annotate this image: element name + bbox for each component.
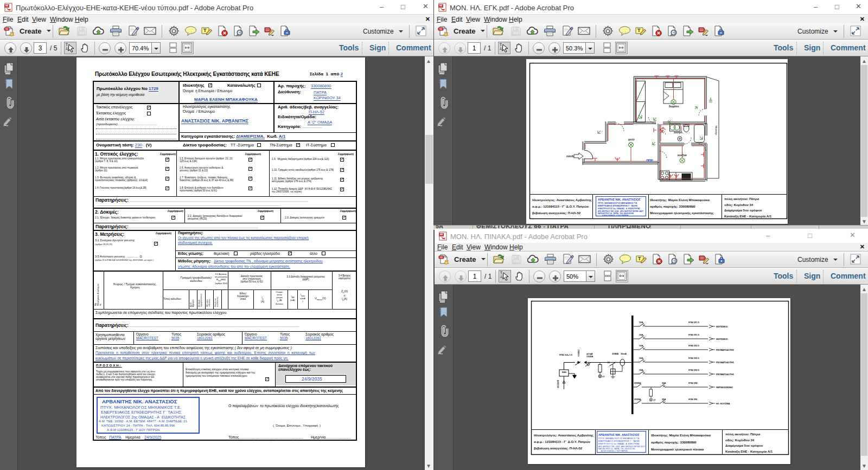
svg-text:Διαμέρισμα 5ου ορόφου: Διαμέρισμα 5ου ορόφου (724, 209, 762, 212)
svg-text:ΕΝΕΡΓΕΙΑΚΟΣ ΕΠΙΘΕΩΡΗΤΗΣ Γ΄ ΤΑΞ: ΕΝΕΡΓΕΙΑΚΟΣ ΕΠΙΘΕΩΡΗΤΗΣ Γ΄ ΤΑΞΗΣ (598, 205, 638, 207)
svg-text:30mA: 30mA (621, 352, 627, 355)
svg-text:Α.Φ.Μ 121084115 - Γ΄ΔΟΥ ΠΑΤΡΩΝ: Α.Φ.Μ 121084115 - Γ΄ΔΟΥ ΠΑΤΡΩΝ (601, 450, 628, 452)
svg-text:ΗΛΕΚΤΡΟΛΟΓΟΣ 2ης ΟΜΑΔΑΣ - Α΄ Ε: ΗΛΕΚΤΡΟΛΟΓΟΣ 2ης ΟΜΑΔΑΣ - Α΄ ΕΙΔΙΚΟΤΗΤΑΣ (598, 443, 640, 445)
svg-text:x1: x1 (602, 375, 605, 378)
svg-text:ΦΩΤΙΣΜΟΣ: ΦΩΤΙΣΜΟΣ (716, 325, 728, 328)
svg-text:KWh: KWh (562, 371, 566, 374)
svg-text:16Α: 16Α (639, 344, 643, 347)
svg-text:2Χ40Α: 2Χ40Α (612, 352, 618, 355)
svg-text:Κατάταξη ΕΗΕ - Κατηγορία Α/1: Κατάταξη ΕΗΕ - Κατηγορία Α/1 (724, 215, 772, 218)
svg-text:ΥΟΒΧ1: ΥΟΒΧ1 (577, 349, 580, 357)
svg-text:ΔΕΔΔΗΕ: ΔΕΔΔΗΕ (557, 379, 559, 388)
svg-text:βεβαίωση αναγγελίας: Π-ΗΛ-52: βεβαίωση αναγγελίας: Π-ΗΛ-52 (534, 447, 583, 450)
svg-text:ΑΡΒΑΝΙΤΗΣ ΝΙΚ. ΑΝΑΣΤΑΣΙΟΣ: ΑΡΒΑΝΙΤΗΣ ΝΙΚ. ΑΝΑΣΤΑΣΙΟΣ (598, 198, 641, 201)
svg-text:T: T (203, 28, 207, 33)
svg-text:αριθμός παροχής: 330080890: αριθμός παροχής: 330080890 (650, 205, 695, 209)
svg-text:οδός: Κορίνθου 34: οδός: Κορίνθου 34 (725, 439, 755, 442)
svg-text:ΑΡΒΑΝΙΤΗΣ ΝΙΚ. ΑΝΑΣΤΑΣΙΟΣ: ΑΡΒΑΝΙΤΗΣ ΝΙΚ. ΑΝΑΣΤΑΣΙΟΣ (598, 433, 640, 436)
svg-text:Ιδιοκτήτης: Μαρία Ελένη Μπακαφ: Ιδιοκτήτης: Μαρία Ελένη Μπακαφούκα (650, 198, 710, 202)
svg-text:Ηλεκτρολόγος: Αναστάσιος Αρβαν: Ηλεκτρολόγος: Αναστάσιος Αρβανίτης (534, 434, 593, 437)
svg-text:ΡΕΥΜΑΤΟΔΟΤΗΣ: ΡΕΥΜΑΤΟΔΟΤΗΣ (716, 373, 734, 376)
svg-text:ΡΕΥΜΑΤΟΔΟΤΗΣ: ΡΕΥΜΑΤΟΔΟΤΗΣ (716, 361, 734, 364)
svg-text:ΗΥΑ 3Χ2.5: ΗΥΑ 3Χ2.5 (688, 369, 699, 371)
svg-text:βεβαίωση αναγγελίας: Π-ΗΛ-52: βεβαίωση αναγγελίας: Π-ΗΛ-52 (532, 211, 581, 215)
svg-text:1Χ25Α: 1Χ25Α (586, 355, 593, 358)
svg-text:ΗΥΑ 3x6+1.5: ΗΥΑ 3x6+1.5 (559, 353, 573, 356)
svg-text:α.φ.μ.: 121084115 - Γ΄ Δ.Ο.Υ.: α.φ.μ.: 121084115 - Γ΄ Δ.Ο.Υ. Πατρών (532, 205, 589, 208)
svg-text:ΗΥΑ 3Χ6: ΗΥΑ 3Χ6 (688, 398, 698, 401)
svg-text:οδός: Κορίνθου 34: οδός: Κορίνθου 34 (724, 203, 754, 207)
svg-text:Ηλεκτρολόγος: Αναστάσιος Αρβαν: Ηλεκτρολόγος: Αναστάσιος Αρβανίτης (532, 198, 592, 202)
svg-text:ΘΕΡΜΟΣΙΦΩΝΟ: ΘΕΡΜΟΣΙΦΩΝΟ (716, 386, 733, 389)
svg-text:Διαμέρισμα 5ου ορόφου: Διαμέρισμα 5ου ορόφου (725, 444, 763, 447)
svg-text:Μονογραμμικό ηλεκτρικής εγκατά: Μονογραμμικό ηλεκτρικής εγκατάστασης (650, 211, 713, 215)
svg-text:λουτρό: λουτρό (674, 131, 682, 134)
svg-text:16Α: 16Α (639, 357, 643, 359)
svg-text:T: T (638, 256, 641, 261)
svg-text:πόλη ακινήτου: Πάτρα: πόλη ακινήτου: Πάτρα (724, 197, 759, 201)
svg-text:x1: x1 (653, 398, 656, 401)
svg-text:εξώστης: εξώστης (714, 125, 717, 135)
svg-text:πόλη ακινήτου: Πάτρα: πόλη ακινήτου: Πάτρα (725, 433, 760, 436)
svg-text:ΗΥΑ 3Χ1.5: ΗΥΑ 3Χ1.5 (688, 321, 699, 324)
svg-text:Κατάταξη ΕΗΕ - Κατηγορία Α/1: Κατάταξη ΕΗΕ - Κατηγορία Α/1 (725, 450, 773, 454)
svg-text:ΕΝΕΡΓΕΙΑΚΟΣ ΕΠΙΘΕΩΡΗΤΗΣ Γ΄ ΤΑΞ: ΕΝΕΡΓΕΙΑΚΟΣ ΕΠΙΘΕΩΡΗΤΗΣ Γ΄ ΤΑΞΗΣ (598, 440, 640, 442)
svg-text:ΗΥΑ 3Χ2.5: ΗΥΑ 3Χ2.5 (688, 344, 699, 347)
svg-text:2Χ25Α: 2Χ25Α (634, 398, 641, 401)
svg-text:ΡΕΥΜΑΤΟΔΟΤΗΣ: ΡΕΥΜΑΤΟΔΟΤΗΣ (716, 349, 734, 351)
svg-text:ΗΛΕΚΤΡΟΛΟΓΟΣ 2ης ΟΜΑΔΑΣ - Α΄ Ε: ΗΛΕΚΤΡΟΛΟΓΟΣ 2ης ΟΜΑΔΑΣ - Α΄ ΕΙΔΙΚΟΤΗΤΑΣ (598, 208, 640, 210)
svg-text:ΗΥΑ 3Χ4: ΗΥΑ 3Χ4 (688, 382, 698, 384)
svg-text:20Α: 20Α (662, 382, 666, 384)
svg-text:Α.Φ.Μ 121084115 - Γ΄ΔΟΥ ΠΑΤΡΩΝ: Α.Φ.Μ 121084115 - Γ΄ΔΟΥ ΠΑΤΡΩΝ (602, 215, 628, 217)
svg-text:Ιδιοκτήτης: Μαρία Ελένη Μπακαφ: Ιδιοκτήτης: Μαρία Ελένη Μπακαφούκα (651, 434, 711, 437)
svg-text:ΦΩΤΙΣΜΟΣ: ΦΩΤΙΣΜΟΣ (716, 338, 728, 340)
svg-text:αριθμός παροχής: 330080890: αριθμός παροχής: 330080890 (651, 441, 697, 445)
svg-text:2Χ25Α: 2Χ25Α (634, 382, 641, 384)
svg-text:10Α: 10Α (639, 333, 643, 336)
svg-text:ΗΥΑ 3Χ1.5: ΗΥΑ 3Χ1.5 (688, 333, 699, 336)
svg-text:χωλλ: χωλλ (628, 138, 635, 141)
svg-text:Μονογραμμικό ηλεκτρικού πίνακα: Μονογραμμικό ηλεκτρικού πίνακα (651, 448, 704, 451)
svg-text:ΗΛ. ΚΟΥΖΙΝΑ: ΗΛ. ΚΟΥΖΙΝΑ (716, 402, 730, 405)
svg-text:ΗΥΑ 3Χ2.5: ΗΥΑ 3Χ2.5 (688, 357, 699, 359)
svg-text:δωμάτιο: δωμάτιο (669, 105, 679, 108)
svg-text:16Α: 16Α (639, 369, 643, 371)
svg-text:T: T (637, 28, 641, 33)
svg-text:10Α: 10Α (639, 321, 643, 324)
svg-text:α.φ.μ.: 121084115 - Γ΄ Δ.Ο.Υ.: α.φ.μ.: 121084115 - Γ΄ Δ.Ο.Υ. Πατρών (534, 440, 591, 443)
svg-text:25Α: 25Α (662, 398, 666, 401)
svg-text:ΠΤΥΧ. ΜΗΧΑΝΟΛΟΓΟΣ ΜΗΧΑΝΙΚΟΣ Τ.: ΠΤΥΧ. ΜΗΧΑΝΟΛΟΓΟΣ ΜΗΧΑΝΙΚΟΣ Τ.Ε. (598, 202, 637, 204)
